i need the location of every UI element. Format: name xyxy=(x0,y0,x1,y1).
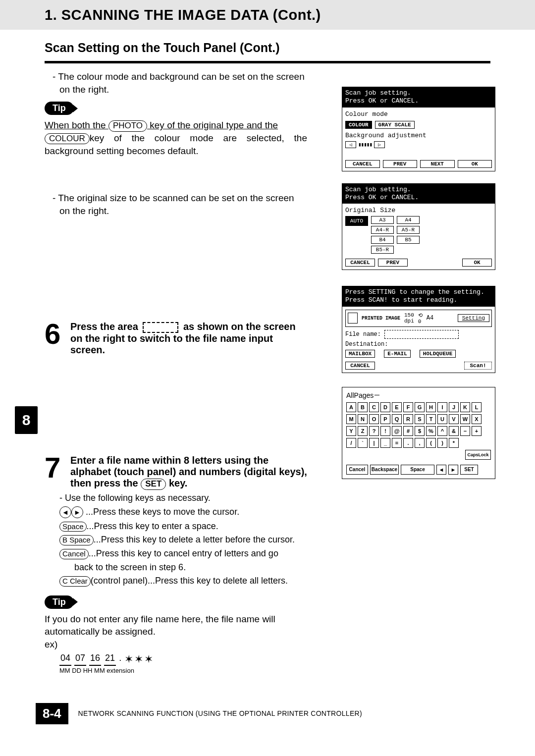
filename-input-area[interactable] xyxy=(384,330,459,339)
kb-space-key[interactable]: Space xyxy=(401,465,434,475)
kb-key-x[interactable]: X xyxy=(472,414,482,424)
grayscale-button[interactable]: GRAY SCALE xyxy=(375,121,415,129)
kb-left-icon[interactable]: ◄ xyxy=(436,465,446,475)
kb-key-e[interactable]: E xyxy=(392,402,402,412)
page-number: 8-4 xyxy=(36,703,68,724)
kb-key-j[interactable]: J xyxy=(449,402,459,412)
footer-text: NETWORK SCANNING FUNCTION (USING THE OPT… xyxy=(78,709,362,717)
background-slider[interactable]: ◁ ▮▮▮▮▮ ▷ xyxy=(345,141,492,148)
kb-cancel-key[interactable]: Cancel xyxy=(346,465,368,475)
a3-button[interactable]: A3 xyxy=(371,216,394,224)
kb-key-−[interactable]: − xyxy=(460,426,470,436)
kb-key-k[interactable]: K xyxy=(460,402,470,412)
chapter-title: 1. SCANNING THE IMAGE DATA (Cont.) xyxy=(45,7,321,23)
kb-key-q[interactable]: Q xyxy=(392,414,402,424)
space-key: Space xyxy=(59,522,87,532)
kb-key-?[interactable]: ? xyxy=(369,426,379,436)
email-button[interactable]: E-MAIL xyxy=(384,350,411,358)
kb-key-([interactable]: ( xyxy=(426,438,436,448)
prev-button[interactable]: PREV xyxy=(378,259,408,267)
intro-paragraph-2: - The original size to be scanned can be… xyxy=(45,192,307,217)
kb-set-key[interactable]: SET xyxy=(460,465,478,475)
kb-key-u[interactable]: U xyxy=(437,414,447,424)
document-icon xyxy=(348,313,358,324)
ok-button[interactable]: OK xyxy=(458,160,492,168)
step-6: 6 Press the area as shown on the screen … xyxy=(45,321,307,356)
step-6-number: 6 xyxy=(45,321,67,356)
kb-key-|[interactable]: | xyxy=(369,438,379,448)
b4-button[interactable]: B4 xyxy=(371,236,394,244)
kb-key-m[interactable]: M xyxy=(346,414,356,424)
kb-key-#[interactable]: # xyxy=(403,426,413,436)
kb-key-)[interactable]: ) xyxy=(437,438,447,448)
kb-key-.[interactable]: . xyxy=(403,438,413,448)
colour-key: COLOUR xyxy=(45,133,90,144)
kb-key-![interactable]: ! xyxy=(380,426,390,436)
next-button[interactable]: NEXT xyxy=(420,160,455,168)
kb-key-v[interactable]: V xyxy=(449,414,459,424)
kb-key-z[interactable]: Z xyxy=(358,426,368,436)
kb-key-a[interactable]: A xyxy=(346,402,356,412)
screen-keyboard: AllPages ABCDEFGHIJKLMNOPQRSTUVWXYZ?!@#$… xyxy=(342,387,495,479)
kb-key-n[interactable]: N xyxy=(358,414,368,424)
a4r-button[interactable]: A4-R xyxy=(371,226,394,234)
kb-key-o[interactable]: O xyxy=(369,414,379,424)
example-label: ex) xyxy=(45,638,307,651)
kb-key-w[interactable]: W xyxy=(460,414,470,424)
kb-key-y[interactable]: Y xyxy=(346,426,356,436)
kb-key-d[interactable]: D xyxy=(380,402,390,412)
kb-key-l[interactable]: L xyxy=(472,402,482,412)
cancel-key: Cancel xyxy=(59,549,89,559)
kb-key-r[interactable]: R xyxy=(403,414,413,424)
kb-key-c[interactable]: C xyxy=(369,402,379,412)
arrow-left-icon: ◄ xyxy=(59,506,71,518)
kb-key-_[interactable]: _ xyxy=(380,438,390,448)
kb-key-+[interactable]: + xyxy=(472,426,482,436)
cancel-button[interactable]: CANCEL xyxy=(345,259,375,267)
kb-key-p[interactable]: P xyxy=(380,414,390,424)
kb-key-$[interactable]: $ xyxy=(415,426,425,436)
kb-key-i[interactable]: I xyxy=(437,402,447,412)
kb-key-b[interactable]: B xyxy=(358,402,368,412)
a4-button[interactable]: A4 xyxy=(397,216,420,224)
kb-key-`[interactable]: ` xyxy=(358,438,368,448)
ok-button[interactable]: OK xyxy=(462,259,492,267)
kb-key-h[interactable]: H xyxy=(426,402,436,412)
scan-button[interactable]: Scan! xyxy=(464,362,492,370)
kb-key-=[interactable]: = xyxy=(392,438,402,448)
tip-label: Tip xyxy=(45,102,74,115)
b5r-button[interactable]: B5-R xyxy=(371,246,394,254)
kb-key-s[interactable]: S xyxy=(415,414,425,424)
bg-decrease-icon[interactable]: ◁ xyxy=(345,141,356,148)
kb-backspace-key[interactable]: Backspace xyxy=(370,465,399,475)
kb-key-&[interactable]: & xyxy=(449,426,459,436)
kb-key-t[interactable]: T xyxy=(426,414,436,424)
setting-button[interactable]: Setting xyxy=(458,314,489,322)
prev-button[interactable]: PREV xyxy=(383,160,418,168)
intro-paragraph-1: - The colour mode and background can be … xyxy=(45,70,307,96)
cancel-button[interactable]: CANCEL xyxy=(345,160,380,168)
kb-key-,[interactable]: , xyxy=(415,438,425,448)
auto-button[interactable]: AUTO xyxy=(345,216,368,226)
dashed-area-icon xyxy=(143,322,178,333)
divider xyxy=(45,61,490,63)
bg-increase-icon[interactable]: ▷ xyxy=(374,141,385,148)
kb-key-g[interactable]: G xyxy=(415,402,425,412)
a5r-button[interactable]: A5-R xyxy=(397,226,420,234)
kb-key-@[interactable]: @ xyxy=(392,426,402,436)
capslock-key[interactable]: CapsLock xyxy=(465,450,491,460)
kb-key-%[interactable]: % xyxy=(426,426,436,436)
kb-key-/[interactable]: / xyxy=(346,438,356,448)
kb-right-icon[interactable]: ► xyxy=(448,465,458,475)
subsection-title: Scan Setting on the Touch Panel (Cont.) xyxy=(0,30,535,59)
kb-key-^[interactable]: ^ xyxy=(437,426,447,436)
colour-button[interactable]: COLOUR xyxy=(345,121,372,129)
holdqueue-button[interactable]: HOLDQUEUE xyxy=(420,350,456,358)
mailbox-button[interactable]: MAILBOX xyxy=(345,350,375,358)
cancel-button[interactable]: CANCEL xyxy=(345,362,375,370)
tip-body: When both the PHOTO key of the original … xyxy=(45,119,307,157)
kb-key-*[interactable]: * xyxy=(449,438,459,448)
kb-key-f[interactable]: F xyxy=(403,402,413,412)
screen-original-size: Scan job setting. Press OK or CANCEL. Or… xyxy=(342,183,495,270)
b5-button[interactable]: B5 xyxy=(397,236,420,244)
